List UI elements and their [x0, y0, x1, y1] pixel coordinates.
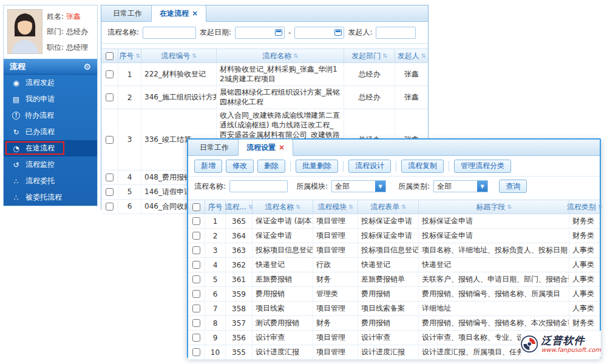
cell-form: 设计进度汇报: [358, 345, 419, 359]
sort-icon[interactable]: ⇅: [382, 53, 387, 59]
search-button[interactable]: 查询: [499, 180, 527, 193]
sidebar-item-label: 在途流程: [25, 143, 55, 153]
row-checkbox[interactable]: [192, 290, 200, 298]
sidebar-item-delegate[interactable]: ∴ 流程委托: [4, 173, 97, 189]
table-row[interactable]: 1 222_材料验收登记 材料验收登记_材料采购_张鑫_华润12城房建工程项目 …: [101, 63, 428, 86]
cell-name: 差旅费报销: [253, 272, 313, 286]
start-date-to-input[interactable]: [294, 27, 344, 39]
calendar-icon[interactable]: [275, 29, 282, 36]
row-checkbox[interactable]: [106, 70, 114, 78]
chevron-down-icon[interactable]: ▼: [375, 181, 385, 192]
header-name[interactable]: 流程名称⇅: [253, 200, 313, 214]
cell-seq: 3: [205, 243, 226, 257]
table-row[interactable]: 1 365 保证金申请 (副本) 项目管理 投标保证金申请 投标保证金申请 财务…: [188, 214, 600, 229]
header-initiator[interactable]: 发起人⇅: [395, 49, 428, 62]
sort-icon[interactable]: ⇅: [192, 53, 197, 59]
header-seq[interactable]: 序号⇅: [118, 49, 141, 62]
table-row[interactable]: 3 363 投标项目信息登记 项目管理 投标项目信息登记 项目名称、详细地址、投…: [188, 243, 600, 258]
tab-daily-work[interactable]: 日常工作: [105, 5, 150, 21]
sidebar-item-in-transit[interactable]: ◔ 在途流程: [4, 140, 97, 157]
process-design-button[interactable]: 流程设计: [348, 160, 391, 173]
header-seq[interactable]: 序号: [205, 200, 226, 214]
table-row[interactable]: 8 357 测试费用报销 财务 费用报销 费用报销、报销编号、报销名称、本次报销…: [188, 316, 600, 331]
table-row[interactable]: 7 358 项目线索 项目管理 项目线索备案 详细地址 人事类: [188, 302, 600, 316]
sidebar-item-todo[interactable]: ! 待办流程: [4, 107, 97, 124]
start-date-from-input[interactable]: [235, 27, 285, 39]
row-checkbox[interactable]: [106, 174, 114, 181]
sort-icon[interactable]: ⇅: [421, 53, 426, 59]
header-name[interactable]: 流程名称⇅: [217, 49, 344, 62]
row-checkbox[interactable]: [192, 334, 200, 342]
tab-in-transit[interactable]: 在途流程×: [151, 5, 206, 22]
cell-name: 设计进度汇报: [253, 345, 313, 359]
cell-category: 人事类: [569, 243, 600, 257]
table-row[interactable]: 6 359 费用报销 管理类 费用报销 费用报销、报销编号、报销名称、所属项目 …: [188, 287, 600, 302]
sidebar-item-my-applications[interactable]: ▤ 我的申请: [4, 91, 97, 107]
header-title-field[interactable]: 标题字段⇅: [419, 200, 569, 214]
row-checkbox[interactable]: [192, 275, 200, 283]
header-module[interactable]: 流程模块⇅: [313, 200, 358, 214]
module-select[interactable]: 全部 ▼: [331, 180, 386, 192]
add-button[interactable]: 新增: [194, 160, 222, 173]
toolbar-divider: [396, 161, 396, 172]
edit-button[interactable]: 修改: [226, 160, 254, 173]
cell-seq: 6: [205, 287, 226, 301]
tab-close-icon[interactable]: ×: [192, 9, 198, 18]
sort-icon[interactable]: ⇅: [401, 204, 406, 210]
sidebar-item-label: 流程委托: [25, 176, 55, 186]
row-checkbox[interactable]: [106, 93, 114, 101]
header-dept[interactable]: 发起部门⇅: [344, 49, 395, 62]
process-copy-button[interactable]: 流程复制: [401, 160, 444, 173]
row-checkbox[interactable]: [192, 217, 200, 225]
select-all-checkbox[interactable]: [106, 52, 114, 60]
chevron-down-icon[interactable]: ▼: [477, 181, 487, 192]
gear-icon[interactable]: ⚙: [83, 62, 91, 72]
table-row[interactable]: 5 361 差旅费报销 财务 差旅费报销单 关联客户、报销人、申请日期、部门、报…: [188, 272, 600, 287]
sort-icon[interactable]: ⇅: [135, 53, 140, 59]
row-checkbox[interactable]: [192, 305, 200, 312]
table-row[interactable]: 2 346_施工组织设计方案申请 晨铭园林绿化工程组织设计方案_晨铭园林绿化工程…: [101, 86, 428, 109]
tab-process-settings[interactable]: 流程设置×: [238, 139, 293, 156]
sort-icon[interactable]: ⇅: [507, 204, 512, 210]
process-name-input[interactable]: [143, 27, 196, 39]
cell-checkbox: [101, 200, 118, 214]
cell-form: 费用报销: [358, 287, 419, 301]
initiator-input[interactable]: [376, 27, 416, 39]
batch-delete-button[interactable]: 批量删除: [296, 160, 338, 173]
row-checkbox[interactable]: [192, 319, 200, 327]
cell-category: 人事类: [569, 302, 600, 315]
row-checkbox[interactable]: [192, 261, 200, 269]
category-select[interactable]: 全部 ▼: [433, 180, 488, 192]
sidebar-item-monitor[interactable]: ↺ 流程监控: [4, 157, 97, 173]
table-row[interactable]: 4 362 快递登记 行政 快递登记 快递登记 人事类: [188, 258, 600, 272]
manage-category-button[interactable]: 管理流程分类: [454, 160, 511, 173]
row-checkbox[interactable]: [192, 246, 200, 254]
sidebar-item-initiate[interactable]: ◉ 流程发起: [4, 75, 97, 91]
sort-icon[interactable]: ⇅: [296, 204, 300, 210]
cell-seq: 10: [205, 345, 226, 359]
table-row[interactable]: 2 364 保证金申请 项目管理 投标保证金申请 投标保证金申请 财务类: [188, 229, 600, 243]
select-all-checkbox[interactable]: [192, 203, 200, 211]
header-code[interactable]: 流程...⇅: [226, 200, 253, 214]
header-code[interactable]: 流程编号⇅: [141, 49, 217, 62]
tab-daily-work[interactable]: 日常工作: [192, 140, 237, 155]
calendar-icon[interactable]: [334, 29, 342, 36]
cell-seq: 5: [118, 185, 141, 199]
row-checkbox[interactable]: [106, 203, 114, 211]
sidebar-item-delegated-to-me[interactable]: ∴ 被委托流程: [4, 189, 97, 206]
row-checkbox[interactable]: [192, 348, 200, 356]
sort-icon[interactable]: ⇅: [598, 204, 603, 210]
delete-button[interactable]: 删除: [257, 160, 285, 173]
row-checkbox[interactable]: [106, 188, 114, 196]
sort-icon[interactable]: ⇅: [293, 53, 298, 59]
process-name-input[interactable]: [229, 180, 288, 192]
header-category[interactable]: 流程类别⇅: [569, 200, 600, 214]
row-checkbox[interactable]: [192, 232, 200, 240]
cell-checkbox: [101, 86, 118, 109]
section-title: 流程: [10, 61, 25, 72]
sidebar-item-done[interactable]: ↻ 已办流程: [4, 124, 97, 140]
header-form[interactable]: 流程表单⇅: [358, 200, 419, 214]
tab-close-icon[interactable]: ×: [279, 143, 285, 152]
row-checkbox[interactable]: [106, 136, 114, 144]
sort-icon[interactable]: ⇅: [348, 204, 353, 210]
